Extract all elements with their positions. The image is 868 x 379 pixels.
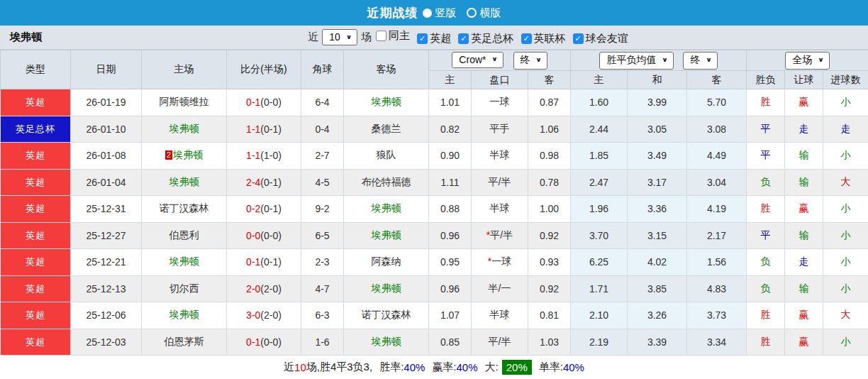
checkbox-label[interactable]: 英超 bbox=[430, 32, 451, 45]
scope-select[interactable]: 全场 bbox=[785, 52, 829, 70]
avg-away-cell: 3.73 bbox=[687, 302, 747, 329]
odds-stage-select[interactable]: 终 bbox=[513, 52, 547, 70]
goals-cell: 小 bbox=[823, 143, 868, 170]
filter-checkbox-item[interactable]: 英联杯 bbox=[521, 32, 566, 45]
away-odds-cell: 1.00 bbox=[528, 196, 571, 223]
score-cell: 0-1(0-0) bbox=[227, 329, 301, 356]
halftime-score: (2-0) bbox=[260, 309, 282, 321]
checkbox-icon[interactable] bbox=[573, 33, 584, 44]
handicap-cell: 半球 bbox=[472, 196, 528, 223]
col-header-result: 胜负 bbox=[747, 71, 785, 89]
handicap-result-value: 走 bbox=[799, 256, 809, 267]
goals-cell: 大 bbox=[823, 169, 868, 196]
result-cell: 负 bbox=[747, 169, 785, 196]
match-row: 英超 26-01-04 埃弗顿 2-4(0-1) 4-5 布伦特福德 1.11 bbox=[1, 169, 868, 196]
away-odds-cell: 0.87 bbox=[528, 89, 571, 116]
home-team-name: 埃弗顿 bbox=[169, 256, 199, 267]
corner-cell: 4-7 bbox=[301, 275, 344, 302]
away-team-name: 布伦特福德 bbox=[362, 176, 411, 187]
away-team-name: 埃弗顿 bbox=[372, 336, 401, 347]
horizontal-layout-radio-icon[interactable] bbox=[467, 8, 477, 18]
avg-type-select[interactable]: 胜平负均值 bbox=[599, 52, 673, 70]
checkbox-icon[interactable] bbox=[458, 33, 469, 44]
away-team-name: 狼队 bbox=[377, 149, 396, 160]
col-header-corner: 角球 bbox=[301, 50, 344, 89]
handicap-result-value: 赢 bbox=[799, 202, 809, 214]
score-cell: 0-1(0-1) bbox=[227, 249, 301, 276]
singlerate-label: 单率: bbox=[539, 361, 563, 374]
home-odds-cell: 1.01 bbox=[429, 89, 472, 116]
home-team-cell: 诺丁汉森林 bbox=[142, 196, 227, 223]
date-cell: 26-01-04 bbox=[71, 169, 142, 196]
result-value: 负 bbox=[761, 282, 771, 294]
handicap-cell: 半球 bbox=[472, 302, 528, 329]
handicap-result-value: 输 bbox=[799, 282, 809, 294]
halftime-score: (0-1) bbox=[260, 123, 282, 135]
goals-cell: 小 bbox=[823, 222, 868, 249]
home-odds-cell: 1.07 bbox=[429, 302, 472, 329]
home-odds-cell: 0.96 bbox=[429, 222, 472, 249]
col-header-odds-handicap: 盘口 bbox=[472, 71, 528, 89]
away-odds-cell: 0.78 bbox=[528, 169, 571, 196]
result-value: 平 bbox=[761, 149, 771, 160]
handicap-cell: *平/半 bbox=[472, 222, 528, 249]
checkbox-label[interactable]: 球会友谊 bbox=[586, 32, 628, 45]
result-value: 平 bbox=[761, 229, 771, 241]
handicap-name: 一球 bbox=[491, 256, 511, 267]
horizontal-layout-label[interactable]: 横版 bbox=[480, 6, 501, 20]
away-team-name: 埃弗顿 bbox=[372, 282, 401, 294]
filter-checkbox-item[interactable]: 英超 bbox=[417, 32, 451, 45]
vertical-layout-label[interactable]: 竖版 bbox=[435, 6, 457, 20]
league-badge: 英超 bbox=[1, 143, 70, 169]
avg-draw-cell: 3.36 bbox=[628, 196, 687, 223]
col-header-date: 日期 bbox=[71, 50, 142, 89]
filter-checkbox-item[interactable]: 同主 bbox=[376, 29, 410, 43]
filter-checkbox-item[interactable]: 球会友谊 bbox=[573, 32, 628, 45]
summary-near: 近 bbox=[284, 361, 294, 374]
fulltime-score: 0-1 bbox=[246, 97, 260, 108]
fulltime-score: 1-1 bbox=[246, 123, 260, 135]
handicaprate-value: 40% bbox=[457, 361, 478, 373]
halftime-score: (0-0) bbox=[260, 230, 282, 241]
match-row: 英超 25-12-27 伯恩利 0-0(0-0) 6-5 埃弗顿 0.96 bbox=[1, 222, 868, 249]
avg-draw-cell: 4.02 bbox=[628, 249, 687, 276]
odds-company-select[interactable]: Crow* bbox=[452, 52, 503, 68]
checkbox-label[interactable]: 同主 bbox=[389, 29, 410, 43]
avg-stage-select[interactable]: 终 bbox=[683, 52, 717, 70]
match-row: 英超 25-12-13 切尔西 2-0(2-0) 4-7 埃弗顿 0.96 bbox=[1, 275, 868, 302]
odds-select-group: Crow* 终 bbox=[429, 50, 571, 71]
away-team-name: 阿森纳 bbox=[372, 256, 401, 267]
col-header-avg-away: 客 bbox=[687, 71, 747, 89]
checkbox-icon[interactable] bbox=[376, 31, 386, 41]
fulltime-score: 0-1 bbox=[246, 256, 260, 268]
home-team-name: 埃弗顿 bbox=[169, 176, 199, 187]
result-cell: 胜 bbox=[747, 196, 785, 223]
checkbox-icon[interactable] bbox=[417, 33, 428, 44]
vertical-layout-radio-icon[interactable] bbox=[423, 9, 432, 18]
result-value: 负 bbox=[761, 256, 771, 267]
handicap-cell: 平/半 bbox=[472, 169, 528, 196]
away-team-name: 诺丁汉森林 bbox=[362, 309, 411, 320]
avg-home-cell: 1.85 bbox=[571, 143, 628, 170]
handicap-result-value: 输 bbox=[799, 229, 809, 241]
avg-draw-cell: 3.05 bbox=[628, 116, 687, 143]
recent-count-select[interactable]: 10 bbox=[322, 29, 357, 45]
avg-home-cell: 2.10 bbox=[571, 302, 628, 329]
goals-value: 小 bbox=[841, 282, 851, 294]
away-team-cell: 诺丁汉森林 bbox=[344, 302, 429, 329]
checkbox-label[interactable]: 英联杯 bbox=[534, 32, 566, 45]
avg-away-cell: 5.70 bbox=[687, 89, 747, 116]
result-cell: 负 bbox=[747, 249, 785, 276]
home-team-cell: 埃弗顿 bbox=[142, 116, 227, 143]
goals-cell: 小 bbox=[823, 89, 868, 116]
result-value: 胜 bbox=[761, 309, 771, 320]
checkbox-label[interactable]: 英足总杯 bbox=[471, 32, 513, 45]
checkbox-icon[interactable] bbox=[521, 33, 532, 44]
home-team-cell: 埃弗顿 bbox=[142, 169, 227, 196]
handicap-cell: 半球 bbox=[472, 143, 528, 170]
league-badge: 英超 bbox=[1, 329, 70, 356]
avg-away-cell: 4.83 bbox=[687, 275, 747, 302]
result-cell: 平 bbox=[747, 116, 785, 143]
avg-away-cell: 3.04 bbox=[687, 169, 747, 196]
filter-checkbox-item[interactable]: 英足总杯 bbox=[458, 32, 513, 45]
